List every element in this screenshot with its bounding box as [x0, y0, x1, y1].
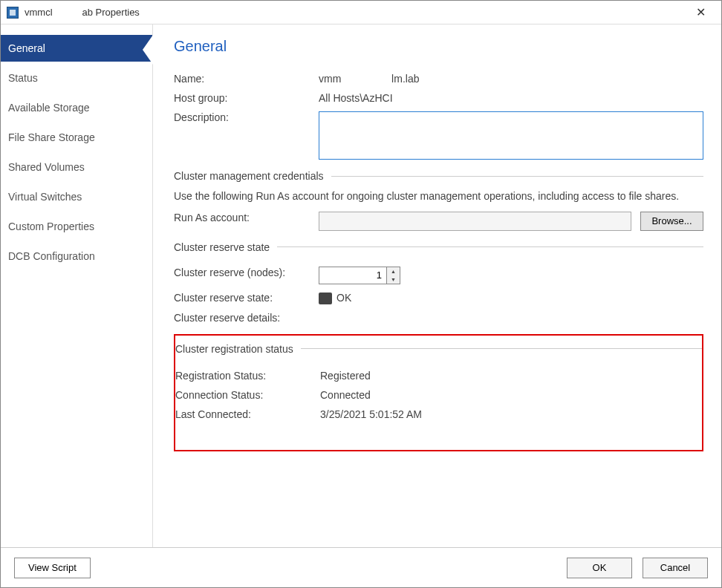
- runas-row: Run As account: Browse...: [174, 212, 703, 231]
- titlebar-suffix: ab Properties: [82, 7, 140, 18]
- ok-status-icon: [319, 293, 332, 304]
- reserve-nodes-input[interactable]: [319, 267, 386, 284]
- view-script-button[interactable]: View Script: [14, 558, 91, 578]
- reserve-nodes-spinner[interactable]: ▲ ▼: [319, 267, 400, 284]
- titlebar: vmmcl ab Properties ✕: [1, 1, 721, 24]
- spinner-arrows: ▲ ▼: [386, 267, 400, 284]
- spinner-up-icon[interactable]: ▲: [387, 267, 400, 275]
- divider: [331, 176, 703, 177]
- dialog-body: General Status Available Storage File Sh…: [1, 24, 721, 547]
- name-value: vmm lm.lab: [319, 73, 703, 85]
- reserve-nodes-row: Cluster reserve (nodes): ▲ ▼: [174, 267, 703, 284]
- description-label: Description:: [174, 111, 319, 123]
- last-conn-label: Last Connected:: [175, 408, 320, 420]
- description-input[interactable]: [319, 111, 703, 160]
- reg-status-value: Registered: [320, 370, 702, 382]
- sidebar-item-dcb-configuration[interactable]: DCB Configuration: [1, 243, 152, 270]
- sidebar-item-file-share-storage[interactable]: File Share Storage: [1, 124, 152, 151]
- titlebar-app: vmmcl: [25, 7, 53, 18]
- sidebar-item-label: Status: [8, 72, 38, 84]
- reserve-state-value: OK: [319, 292, 703, 304]
- runas-field: Browse...: [319, 212, 703, 231]
- spinner-down-icon[interactable]: ▼: [387, 275, 400, 284]
- name-label: Name:: [174, 73, 319, 85]
- sidebar-item-available-storage[interactable]: Available Storage: [1, 94, 152, 121]
- reserve-state-row: Cluster reserve state: OK: [174, 292, 703, 304]
- reserve-state-text: OK: [336, 292, 351, 304]
- last-conn-value: 3/25/2021 5:01:52 AM: [320, 408, 702, 420]
- name-row: Name: vmm lm.lab: [174, 73, 703, 85]
- sidebar-item-label: File Share Storage: [8, 131, 95, 143]
- sidebar-item-label: Virtual Switches: [8, 191, 82, 203]
- sidebar-item-shared-volumes[interactable]: Shared Volumes: [1, 154, 152, 180]
- page-title: General: [174, 38, 703, 55]
- divider: [301, 348, 702, 349]
- reserve-nodes-label: Cluster reserve (nodes):: [174, 267, 319, 278]
- app-icon: [7, 7, 19, 19]
- conn-status-row: Connection Status: Connected: [175, 389, 702, 401]
- cmc-help-text: Use the following Run As account for ong…: [174, 189, 703, 204]
- sidebar-item-label: General: [8, 42, 45, 54]
- name-suffix: lm.lab: [391, 73, 419, 85]
- registration-header-label: Cluster registration status: [175, 343, 293, 355]
- sidebar: General Status Available Storage File Sh…: [1, 24, 153, 547]
- hostgroup-row: Host group: All Hosts\AzHCI: [174, 92, 703, 104]
- divider: [277, 246, 703, 247]
- properties-dialog: vmmcl ab Properties ✕ General Status Ava…: [0, 0, 722, 588]
- sidebar-item-label: Shared Volumes: [8, 161, 85, 173]
- sidebar-item-label: Custom Properties: [8, 220, 94, 232]
- dialog-footer: View Script OK Cancel: [1, 547, 721, 587]
- cmc-section-header: Cluster management credentials: [174, 170, 703, 182]
- conn-status-value: Connected: [320, 389, 702, 401]
- last-conn-row: Last Connected: 3/25/2021 5:01:52 AM: [175, 408, 702, 420]
- cancel-button[interactable]: Cancel: [643, 558, 708, 578]
- sidebar-item-virtual-switches[interactable]: Virtual Switches: [1, 183, 152, 210]
- runas-input[interactable]: [319, 212, 631, 231]
- hostgroup-label: Host group:: [174, 92, 319, 104]
- registration-section-header: Cluster registration status: [175, 343, 702, 355]
- sidebar-item-label: Available Storage: [8, 102, 89, 114]
- sidebar-item-custom-properties[interactable]: Custom Properties: [1, 213, 152, 240]
- hostgroup-value: All Hosts\AzHCI: [319, 92, 703, 104]
- reserve-details-label: Cluster reserve details:: [174, 312, 319, 324]
- reserve-state-label: Cluster reserve state:: [174, 292, 319, 304]
- reg-status-row: Registration Status: Registered: [175, 370, 702, 382]
- ok-button[interactable]: OK: [567, 558, 632, 578]
- reserve-details-row: Cluster reserve details:: [174, 312, 703, 324]
- reg-status-label: Registration Status:: [175, 370, 320, 382]
- conn-status-label: Connection Status:: [175, 389, 320, 401]
- reserve-nodes-value: ▲ ▼: [319, 267, 703, 284]
- sidebar-item-status[interactable]: Status: [1, 65, 152, 91]
- browse-button[interactable]: Browse...: [640, 212, 703, 231]
- crs-section-header: Cluster reserve state: [174, 241, 703, 253]
- registration-highlight: Cluster registration status Registration…: [174, 334, 703, 451]
- cmc-header-label: Cluster management credentials: [174, 170, 324, 182]
- name-prefix: vmm: [319, 73, 341, 85]
- content-panel: General Name: vmm lm.lab Host group: All…: [153, 24, 721, 547]
- description-row: Description:: [174, 111, 703, 160]
- close-button[interactable]: ✕: [686, 1, 715, 24]
- close-icon: ✕: [696, 5, 706, 19]
- crs-header-label: Cluster reserve state: [174, 241, 270, 253]
- sidebar-item-general[interactable]: General: [1, 35, 152, 62]
- sidebar-item-label: DCB Configuration: [8, 250, 95, 262]
- runas-label: Run As account:: [174, 212, 319, 223]
